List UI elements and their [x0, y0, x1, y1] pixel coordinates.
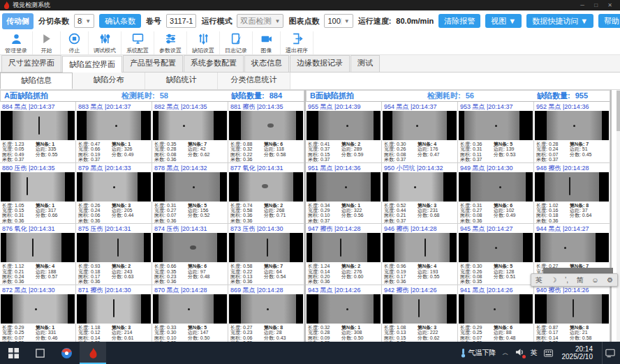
defect-cell[interactable]: 870 黑点 |20:14:28 长度: 0.33第N条: 5 宽度: 0.30… [152, 285, 228, 347]
defect-cell[interactable]: 942 擦伤 |20:14:26 长度: 1.08第N条: 3 宽度: 0.13… [382, 285, 458, 347]
defect-snapshot-image[interactable] [153, 294, 227, 324]
defect-cell[interactable]: 882 黑点 |20:14:35 长度: 0.35第N条: 7 宽度: 0.28… [152, 102, 228, 163]
action-sliders-h[interactable]: 参数设置 [154, 31, 187, 54]
defect-snapshot-image[interactable] [229, 294, 303, 324]
run-mode-select[interactable]: 双面检测 ▼ [237, 14, 283, 28]
defect-cell[interactable]: 877 氧化 |20:14:31 长度: 0.74第N条: 2 宽度: 0.58… [228, 163, 304, 225]
view-menu-button[interactable]: 视图 ▼ [485, 14, 522, 28]
defect-snapshot-image[interactable] [153, 172, 227, 202]
confirm-strip-count-button[interactable]: 确认条数 [99, 14, 141, 28]
defect-cell[interactable]: 873 压伤 |20:14:30 长度: 0.58第N条: 7 宽度: 0.22… [228, 224, 304, 285]
defect-cell[interactable]: 876 氧化 |20:14:31 长度: 1.12第N条: 4 宽度: 0.21… [0, 224, 76, 285]
defect-snapshot-image[interactable] [459, 233, 533, 262]
emoji-icon[interactable]: ☺ [591, 276, 598, 284]
ime-punct-toggle[interactable]: ’, [565, 276, 568, 284]
taskbar-clock[interactable]: 20:14 2025/2/10 [559, 345, 596, 361]
keyboard-icon[interactable] [544, 349, 553, 357]
defect-cell[interactable]: 949 黑点 |20:14:30 长度: 0.31第N条: 6 宽度: 0.27… [458, 163, 534, 225]
defect-cell[interactable]: 954 黑点 |20:14:37 长度: 0.30第N条: 4 宽度: 0.26… [382, 102, 458, 163]
defect-cell[interactable]: 940 擦伤 |20:14:26 长度: 0.87第N条: 8 宽度: 0.17… [534, 285, 610, 347]
defect-snapshot-image[interactable] [229, 233, 303, 262]
tab-产品型号配置[interactable]: 产品型号配置 [123, 55, 183, 72]
ime-simplified-toggle[interactable]: 简 [577, 275, 584, 285]
defect-cell[interactable]: 950 小凹坑 |20:14:32 长度: 0.52第N条: 3 宽度: 0.4… [382, 163, 458, 225]
action-play[interactable]: 开始 [33, 31, 61, 54]
defect-cell[interactable]: 878 黑点 |20:14:32 长度: 0.31第N条: 5 宽度: 0.27… [152, 163, 228, 225]
defect-cell[interactable]: 883 黑点 |20:14:37 长度: 0.47第N条: 1 宽度: 0.66… [76, 102, 152, 163]
defect-snapshot-image[interactable] [535, 233, 609, 262]
defect-snapshot-image[interactable] [307, 294, 381, 324]
defect-cell[interactable]: 880 压伤 |20:14:35 长度: 1.05第N条: 1 宽度: 0.15… [0, 163, 76, 225]
defect-cell[interactable]: 872 黑点 |20:14:30 长度: 0.29第N条: 1 宽度: 0.25… [0, 285, 76, 347]
defect-snapshot-image[interactable] [307, 233, 381, 262]
defect-snapshot-image[interactable] [535, 294, 609, 324]
help-menu-button[interactable]: 帮助 ▼ [598, 14, 620, 28]
moon-icon[interactable]: ☽ [550, 276, 556, 284]
defect-snapshot-image[interactable] [1, 233, 75, 262]
action-stop[interactable]: 停止 [61, 31, 89, 54]
defect-snapshot-image[interactable] [1, 172, 75, 202]
tab-边缘数据记录[interactable]: 边缘数据记录 [290, 55, 350, 72]
start-button[interactable] [0, 342, 27, 364]
defect-cell[interactable]: 879 黑点 |20:14:33 长度: 0.26第N条: 3 宽度: 0.24… [76, 163, 152, 225]
defect-snapshot-image[interactable] [77, 111, 151, 140]
action-monitor[interactable]: 系统配置 [121, 31, 154, 54]
volume-button[interactable] [515, 348, 524, 358]
ime-language-indicator[interactable]: 英 [531, 348, 538, 358]
defect-cell[interactable]: 875 压伤 |20:14:31 长度: 0.93第N条: 2 宽度: 0.18… [76, 224, 152, 285]
defect-cell[interactable]: 953 黑点 |20:14:37 长度: 0.36第N条: 5 宽度: 0.31… [458, 102, 534, 163]
strip-count-select[interactable]: 8 ▼ [74, 14, 94, 28]
action-user[interactable]: 管理登录 [0, 31, 33, 54]
defect-cell[interactable]: 941 黑点 |20:14:26 长度: 0.29第N条: 6 宽度: 0.25… [458, 285, 534, 347]
defect-snapshot-image[interactable] [307, 172, 381, 202]
weather-widget[interactable]: 气温下降 [460, 348, 496, 358]
notification-center-button[interactable] [602, 342, 617, 364]
subtab-缺陷分布[interactable]: 缺陷分布 [73, 73, 145, 89]
defect-snapshot-image[interactable] [153, 111, 227, 140]
defect-cell[interactable]: 952 黑点 |20:14:36 长度: 0.28第N条: 7 宽度: 0.24… [534, 102, 610, 163]
tab-系统参数配置[interactable]: 系统参数配置 [184, 55, 244, 72]
tray-expand-button[interactable]: ︿ [503, 349, 509, 358]
defect-cell[interactable]: 871 擦伤 |20:14:30 长度: 1.18第N条: 3 宽度: 0.12… [76, 285, 152, 347]
defect-snapshot-image[interactable] [1, 294, 75, 324]
subtab-缺陷统计[interactable]: 缺陷统计 [145, 73, 218, 89]
tab-状态信息[interactable]: 状态信息 [244, 55, 289, 72]
tab-尺寸监控界面[interactable]: 尺寸监控界面 [1, 55, 61, 72]
defect-cell[interactable]: 951 黑点 |20:14:36 长度: 0.34第N条: 1 宽度: 0.29… [306, 163, 382, 225]
defect-cell[interactable]: 948 擦伤 |20:14:28 长度: 1.02第N条: 8 宽度: 0.16… [534, 163, 610, 225]
data-quick-access-button[interactable]: 数据快捷访问 ▼ [526, 14, 593, 28]
defect-snapshot-image[interactable] [229, 172, 303, 202]
defect-snapshot-image[interactable] [77, 233, 151, 262]
clear-alarm-button[interactable]: 清除报警 [438, 14, 480, 28]
defect-snapshot-image[interactable] [459, 172, 533, 202]
defect-cell[interactable]: 955 黑点 |20:14:39 长度: 0.41第N条: 2 宽度: 0.37… [306, 102, 382, 163]
tab-缺陷监控界面[interactable]: 缺陷监控界面 [62, 56, 122, 73]
defect-snapshot-image[interactable] [383, 294, 457, 324]
action-filter[interactable]: 缺陷设置 [187, 31, 220, 54]
defect-cell[interactable]: 869 黑点 |20:14:28 长度: 0.27第N条: 8 宽度: 0.23… [228, 285, 304, 347]
defect-snapshot-image[interactable] [535, 111, 609, 140]
defect-cell[interactable]: 874 压伤 |20:14:31 长度: 0.66第N条: 6 宽度: 0.35… [152, 224, 228, 285]
roll-number-input[interactable]: 3117-1 [166, 14, 196, 28]
taskbar-inspection-app-button[interactable] [80, 342, 106, 364]
defect-cell[interactable]: 947 擦伤 |20:14:28 长度: 1.24第N条: 2 宽度: 0.14… [306, 224, 382, 285]
task-view-button[interactable] [27, 342, 53, 364]
defect-snapshot-image[interactable] [77, 294, 151, 324]
action-log[interactable]: 日志记录 [220, 31, 253, 54]
defect-snapshot-image[interactable] [307, 111, 381, 140]
defect-snapshot-image[interactable] [229, 111, 303, 140]
subtab-缺陷信息[interactable]: 缺陷信息 [0, 73, 73, 89]
action-sliders-v[interactable]: 调试模式 [89, 31, 121, 54]
action-exit[interactable]: 退出程序 [281, 31, 313, 54]
defect-cell[interactable]: 945 黑点 |20:14:27 长度: 0.30第N条: 5 宽度: 0.26… [458, 224, 534, 285]
taskbar-browser-button[interactable] [53, 342, 80, 364]
defect-cell[interactable]: 881 擦伤 |20:14:35 长度: 0.88第N条: 6 宽度: 0.32… [228, 102, 304, 163]
vertical-scrollbar[interactable] [617, 90, 620, 346]
ime-lang-toggle[interactable]: 英 [536, 275, 542, 285]
chart-points-select[interactable]: 100 ▼ [324, 14, 353, 28]
defect-snapshot-image[interactable] [1, 111, 75, 140]
defect-cell[interactable]: 884 黑点 |20:14:37 长度: 1.23第N条: 1 宽度: 0.05… [0, 102, 76, 163]
defect-snapshot-image[interactable] [383, 172, 457, 202]
defect-cell[interactable]: 946 擦伤 |20:14:28 长度: 0.96第N条: 4 宽度: 0.19… [382, 224, 458, 285]
window-controls[interactable]: ─ □ ✕ [580, 2, 617, 8]
